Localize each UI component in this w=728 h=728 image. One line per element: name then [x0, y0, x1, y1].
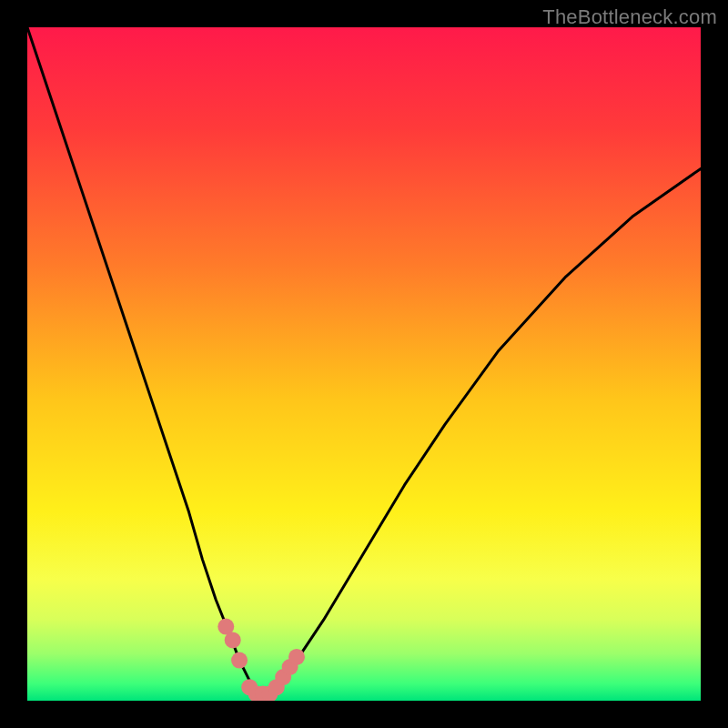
- watermark-text: TheBottleneck.com: [542, 5, 717, 29]
- frame-left: [0, 0, 27, 728]
- dot: [231, 652, 248, 669]
- dot: [225, 632, 241, 648]
- dot: [288, 649, 305, 665]
- frame-bottom: [0, 701, 728, 728]
- bottleneck-chart: [0, 0, 728, 728]
- plot-background: [27, 27, 701, 701]
- frame-right: [701, 0, 728, 728]
- chart-frame: TheBottleneck.com: [0, 0, 728, 728]
